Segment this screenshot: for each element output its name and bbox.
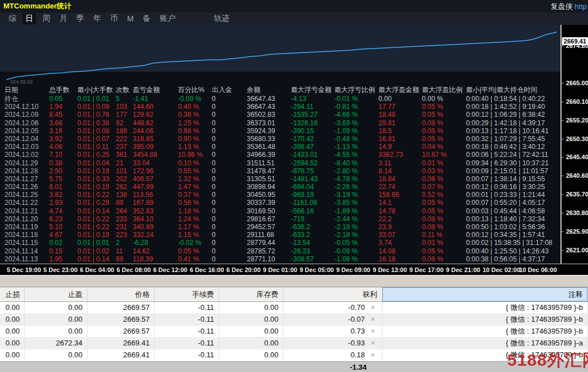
chart-canvas[interactable]: 024.09.02 日期总手数最小|大手数次数盈亏金额百分比%出入金余额最大浮亏… <box>0 25 561 264</box>
stats-cell-7: 31511.51 <box>247 159 291 167</box>
stats-cell-10: 14.78 <box>378 207 422 215</box>
stats-row[interactable]: 持仓0.050.01 | 0.015-1.41-0.00 %036647.43-… <box>0 95 561 103</box>
stats-cell-3: 233 <box>116 215 133 223</box>
order-comment-cell: { 微信 : 1746395789 }-b <box>382 326 588 337</box>
stats-cell-10: 3362.73 <box>378 151 422 159</box>
price-axis[interactable]: 2669.41 2674.802665.002660.102655.202650… <box>561 25 588 264</box>
stats-cell-3: 231 <box>116 223 133 231</box>
close-position-button[interactable]: × <box>367 349 378 361</box>
mtcommander-window: MTCommander统计 复盘侠 http 综日周月季年币M备账户 轨迹 02… <box>0 0 588 372</box>
stats-row[interactable]: 2024.11.266.010.01 | 0.19282447.991.47 %… <box>0 183 561 191</box>
order-sl-cell: 0.00 <box>0 338 25 349</box>
close-position-button[interactable]: × <box>367 314 378 325</box>
menu-tab-季[interactable]: 季 <box>73 13 87 24</box>
close-position-button[interactable]: × <box>367 302 378 313</box>
menu-tab-备[interactable]: 备 <box>140 13 154 24</box>
menu-tab-M[interactable]: M <box>124 14 137 24</box>
menu-tab-综[interactable]: 综 <box>6 13 19 24</box>
vendor-link[interactable]: 复盘侠 http <box>551 2 587 12</box>
close-position-button[interactable]: × <box>367 326 378 337</box>
stats-row[interactable]: 2024.11.184.670.01 | 0.19223332.241.15 %… <box>0 231 561 239</box>
stats-row[interactable]: 2024.11.253.820.01 | 0.22138113.560.37 %… <box>0 191 561 199</box>
order-row[interactable]: 0.000.002669.57-0.110.000.73×{ 微信 : 1746… <box>0 326 588 338</box>
stats-cell-8: -1433.01 <box>291 151 334 159</box>
stats-cell-1: 7.10 <box>49 151 77 159</box>
order-profit-value: 0.18 <box>351 349 365 361</box>
stats-cell-11: 0.05 % <box>422 103 466 111</box>
stats-row[interactable]: 2024.11.222.930.01 | 0.2989167.890.56 %0… <box>0 199 561 207</box>
stats-cell-4: 395.09 <box>133 143 178 151</box>
orders-header-profit[interactable]: 获利 <box>284 287 382 301</box>
stats-cell-3: 11 <box>116 247 133 255</box>
stats-row[interactable]: 2024.11.195.100.01 | 0.22231340.891.17 %… <box>0 223 561 231</box>
stats-cell-0: 2024.11.22 <box>5 199 49 207</box>
stats-cell-5: 0.37 % <box>178 191 212 199</box>
stats-row[interactable]: 2024.11.150.020.01 | 0.012-6.28-0.02 %02… <box>0 239 561 247</box>
stats-cell-8: -26.23 <box>291 247 334 255</box>
orders-header-tp[interactable]: 止盈 <box>25 287 88 301</box>
stats-row[interactable]: 2024.11.275.750.01 | 0.33202406.571.32 %… <box>0 175 561 183</box>
order-row[interactable]: 0.000.002669.41-0.110.000.18×{ 微信 : 1746… <box>0 349 588 361</box>
order-commission-cell: -0.11 <box>155 302 219 313</box>
price-axis-label: 2660.10 <box>561 98 588 105</box>
order-row[interactable]: 0.000.002669.57-0.110.00-0.70×{ 微信 : 174… <box>0 302 588 314</box>
stats-cell-9: -0.09 % <box>334 247 378 255</box>
stats-cell-6: 0 <box>212 183 247 191</box>
panel-divider[interactable] <box>0 275 588 287</box>
orders-header-swap[interactable]: 库存费 <box>219 287 284 301</box>
stats-cell-0: 2024.12.05 <box>5 127 49 135</box>
stats-row[interactable]: 2024.12.053.160.01 | 0.08188244.060.68 %… <box>0 127 561 135</box>
stats-cell-9: -2.18 % <box>334 223 378 231</box>
menu-tab-track[interactable]: 轨迹 <box>211 13 233 24</box>
stats-cell-1: 4.74 <box>49 207 77 215</box>
stats-cell-11: 0.05 % <box>422 127 466 135</box>
orders-header-comment[interactable]: 注释 <box>382 287 588 301</box>
stats-cell-0: 2024.12.09 <box>5 111 49 119</box>
orders-header-sl[interactable]: 止损 <box>0 287 25 301</box>
menu-tab-月[interactable]: 月 <box>56 13 70 24</box>
stats-cell-8: -2594.52 <box>291 159 334 167</box>
orders-header-commission[interactable]: 手续费 <box>155 287 219 301</box>
stats-row[interactable]: 2024.11.214.740.01 | 0.14264352.831.18 %… <box>0 207 561 215</box>
order-price-cell: 2669.57 <box>88 314 155 325</box>
stats-row[interactable]: 2024.12.063.660.01 | 0.3882448.621.25 %0… <box>0 119 561 127</box>
stats-cell-5: 0.10 % <box>178 159 212 167</box>
stats-cell-11: 0.52 % <box>422 191 466 199</box>
stats-header-col-12: 最小|平均|最大持仓时间 <box>466 85 561 95</box>
stats-row[interactable]: 2024.11.131.950.01 | 0.1488118.390.41 %0… <box>0 255 561 263</box>
stats-cell-11: 0.05 % <box>422 111 466 119</box>
stats-row[interactable]: 2024.11.290.380.01 | 0.042133.040.10 %03… <box>0 159 561 167</box>
stats-cell-7: 36647.43 <box>247 95 291 103</box>
stats-cell-5: 0.90 % <box>178 135 212 143</box>
stats-cell-2: 0.01 | 0.09 <box>77 103 116 111</box>
stats-row[interactable]: 2024.12.098.450.01 | 0.76177129.820.36 %… <box>0 111 561 119</box>
stats-cell-4: -1.41 <box>133 95 178 103</box>
menu-tab-账户[interactable]: 账户 <box>157 13 178 24</box>
stats-row[interactable]: 2024.12.043.920.01 | 0.07222318.850.90 %… <box>0 135 561 143</box>
stats-cell-8: -878.75 <box>291 167 334 175</box>
orders-header-price[interactable]: 价格 <box>88 287 155 301</box>
stats-cell-1: 5.10 <box>49 223 77 231</box>
time-axis-label: 6 Dec 16:00 <box>190 266 224 273</box>
menu-tab-年[interactable]: 年 <box>90 13 104 24</box>
order-tp-cell: 2672.34 <box>25 338 88 349</box>
menu-tab-币[interactable]: 币 <box>107 13 121 24</box>
orders-panel: 止损 止盈 价格 手续费 库存费 获利 注释 0.000.002669.57-0… <box>0 287 588 372</box>
close-position-button[interactable]: × <box>367 338 378 349</box>
menu-tab-日[interactable]: 日 <box>23 13 36 24</box>
order-row[interactable]: 0.002672.342669.41-0.110.00-0.93×{ 微信 : … <box>0 338 588 349</box>
stats-row[interactable]: 2024.11.282.500.01 | 0.19101172.960.55 %… <box>0 167 561 175</box>
stats-row[interactable]: 2024.12.101.940.01 | 0.09103144.600.40 %… <box>0 103 561 111</box>
order-tp-cell: 0.00 <box>25 326 88 337</box>
menu-tab-周[interactable]: 周 <box>40 13 53 24</box>
stats-cell-10: 3.11 <box>378 159 422 167</box>
stats-cell-6: 0 <box>212 223 247 231</box>
stats-cell-4: 3454.88 <box>133 151 178 159</box>
order-row[interactable]: 0.000.002669.57-0.110.00-0.07×{ 微信 : 174… <box>0 314 588 326</box>
stats-row[interactable]: 2024.11.206.230.01 | 0.22233364.101.24 %… <box>0 215 561 223</box>
stats-cell-12: 0:00:29 | 1:42:18 | 4:39:17 <box>466 119 561 127</box>
stats-row[interactable]: 2024.11.140.150.01 | 0.021114.620.05 %02… <box>0 247 561 255</box>
stats-row[interactable]: 2024.12.027.100.01 | 0.253613454.8810.96… <box>0 151 561 159</box>
time-axis[interactable]: 5 Dec 19:005 Dec 23:006 Dec 04:006 Dec 0… <box>0 264 588 275</box>
stats-row[interactable]: 2024.12.034.060.01 | 0.11237395.091.13 %… <box>0 143 561 151</box>
